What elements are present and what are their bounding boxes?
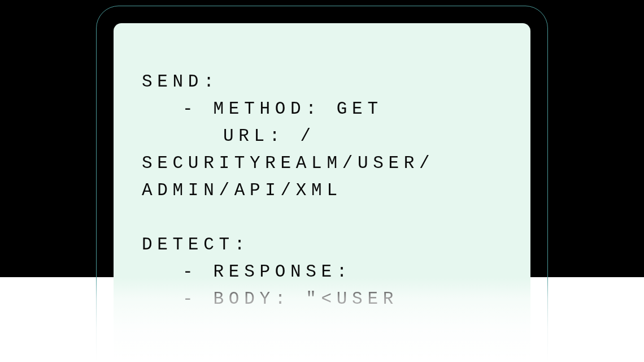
code-line-response: - RESPONSE:	[142, 258, 502, 286]
code-line-blank	[142, 204, 502, 231]
code-line-url-path-2: ADMIN/API/XML	[142, 177, 502, 204]
code-panel: SEND: - METHOD: GET URL: / SECURITYREALM…	[114, 23, 530, 362]
code-line-url-label: URL: /	[142, 123, 502, 150]
code-line-detect: DETECT:	[142, 231, 502, 258]
code-line-body: - BODY: "<USER	[142, 286, 502, 313]
code-line-send: SEND:	[142, 68, 502, 96]
code-window-frame: SEND: - METHOD: GET URL: / SECURITYREALM…	[96, 6, 548, 362]
code-line-method: - METHOD: GET	[142, 96, 502, 123]
code-line-url-path-1: SECURITYREALM/USER/	[142, 150, 502, 177]
